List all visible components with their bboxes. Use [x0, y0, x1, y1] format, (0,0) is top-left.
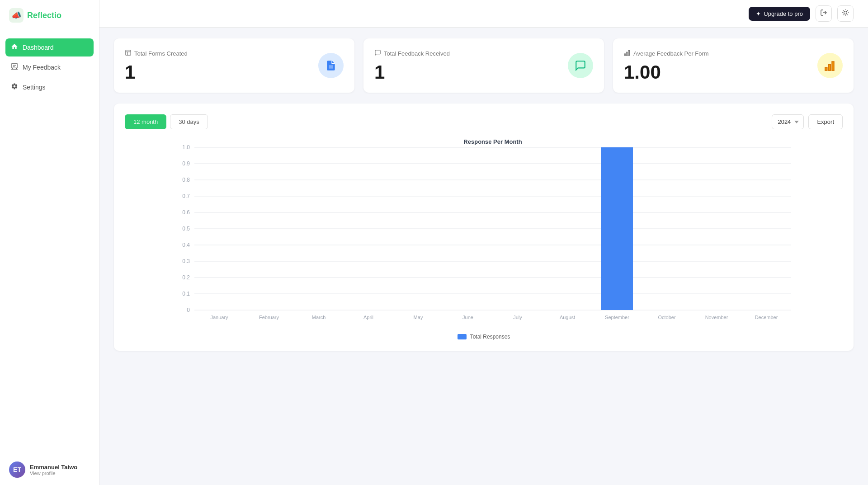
home-icon — [11, 43, 18, 52]
chart-container: 1.0 0.9 0.8 0.7 0.6 0.5 0.4 0.3 0.2 0.1 … — [125, 138, 843, 330]
avg-label-icon — [624, 49, 631, 57]
sidebar-item-dashboard[interactable]: Dashboard — [5, 38, 94, 57]
svg-rect-18 — [627, 52, 628, 56]
svg-rect-17 — [624, 54, 626, 56]
sidebar-dashboard-label: Dashboard — [23, 44, 54, 51]
upgrade-label: Upgrade to pro — [764, 10, 803, 17]
user-profile-area[interactable]: ET Emmanuel Taiwo View profile — [0, 454, 99, 485]
chart-legend: Total Responses — [125, 334, 843, 340]
logo-area: 📣 Reflectio — [0, 0, 99, 31]
svg-text:0.6: 0.6 — [182, 209, 190, 216]
forms-card-label-text: Total Forms Created — [134, 50, 188, 57]
svg-text:February: February — [259, 315, 279, 320]
legend-color-box — [458, 334, 467, 339]
feedback-card-label-text: Total Feedback Received — [384, 50, 450, 57]
sun-icon — [842, 9, 849, 18]
settings-icon — [11, 83, 18, 92]
feedback-icon — [11, 63, 18, 72]
svg-text:1.0: 1.0 — [182, 144, 190, 151]
topbar: ✦ Upgrade to pro — [99, 0, 868, 28]
feedback-card-icon — [568, 53, 593, 78]
avg-card-label-text: Average Feedback Per Form — [633, 50, 709, 57]
stat-card-avg-feedback: Average Feedback Per Form 1.00 — [613, 38, 854, 93]
logo-icon: 📣 — [9, 8, 24, 23]
upgrade-button[interactable]: ✦ Upgrade to pro — [749, 7, 810, 21]
upgrade-star-icon: ✦ — [756, 10, 761, 17]
svg-text:December: December — [755, 315, 778, 320]
sidebar-feedback-label: My Feedback — [23, 64, 61, 71]
legend-label: Total Responses — [470, 334, 510, 340]
svg-text:January: January — [210, 315, 228, 320]
svg-text:0.2: 0.2 — [182, 274, 190, 281]
user-info: Emmanuel Taiwo View profile — [30, 464, 77, 476]
view-profile-link[interactable]: View profile — [30, 471, 77, 476]
svg-text:April: April — [363, 315, 373, 320]
main-content: ✦ Upgrade to pro Total Forms Created — [99, 0, 868, 485]
svg-text:August: August — [560, 315, 575, 320]
svg-rect-22 — [832, 61, 834, 71]
svg-text:June: June — [462, 315, 473, 320]
svg-text:November: November — [705, 315, 728, 320]
svg-text:September: September — [605, 315, 629, 320]
chart-controls: 12 month 30 days 2024 2023 2022 Export — [125, 114, 843, 129]
sidebar-item-settings[interactable]: Settings — [5, 78, 94, 96]
year-select[interactable]: 2024 2023 2022 — [772, 114, 804, 129]
svg-rect-21 — [829, 65, 830, 71]
feedback-label-icon — [374, 49, 381, 57]
avg-card-icon — [817, 53, 843, 78]
svg-text:Response Per Month: Response Per Month — [463, 138, 522, 145]
card-label-avg: Average Feedback Per Form — [624, 49, 709, 57]
svg-line-7 — [847, 14, 848, 15]
svg-rect-19 — [628, 51, 630, 56]
svg-text:0.7: 0.7 — [182, 193, 190, 199]
svg-text:0.1: 0.1 — [182, 291, 190, 297]
card-left-forms: Total Forms Created 1 — [125, 49, 188, 82]
card-label-feedback: Total Feedback Received — [374, 49, 450, 57]
forms-card-icon — [318, 53, 344, 78]
svg-text:0.4: 0.4 — [182, 242, 190, 248]
forms-card-value: 1 — [125, 63, 188, 82]
svg-text:0.8: 0.8 — [182, 177, 190, 183]
svg-text:0: 0 — [187, 307, 190, 313]
svg-rect-12 — [126, 50, 131, 55]
card-left-feedback: Total Feedback Received 1 — [374, 49, 450, 82]
chart-right-controls: 2024 2023 2022 Export — [772, 114, 843, 129]
svg-text:0.5: 0.5 — [182, 226, 190, 232]
avg-card-value: 1.00 — [624, 63, 709, 82]
svg-text:March: March — [312, 315, 326, 320]
tab-30-days[interactable]: 30 days — [170, 114, 208, 129]
sidebar-settings-label: Settings — [23, 84, 46, 91]
app-name: Reflectio — [27, 11, 61, 20]
sidebar-nav: Dashboard My Feedback Settings — [0, 31, 99, 454]
chart-tabs: 12 month 30 days — [125, 114, 208, 129]
svg-text:0.3: 0.3 — [182, 258, 190, 264]
tab-12-month[interactable]: 12 month — [125, 114, 166, 129]
sidebar-item-my-feedback[interactable]: My Feedback — [5, 58, 94, 76]
forms-label-icon — [125, 49, 132, 57]
svg-line-6 — [843, 10, 844, 11]
user-name: Emmanuel Taiwo — [30, 464, 77, 471]
card-label-forms: Total Forms Created — [125, 49, 188, 57]
feedback-card-value: 1 — [374, 63, 450, 82]
chart-section: 12 month 30 days 2024 2023 2022 Export — [114, 104, 854, 351]
stat-card-total-forms: Total Forms Created 1 — [114, 38, 354, 93]
theme-toggle-button[interactable] — [837, 5, 854, 22]
card-left-avg: Average Feedback Per Form 1.00 — [624, 49, 709, 82]
stat-card-total-feedback: Total Feedback Received 1 — [363, 38, 604, 93]
svg-point-3 — [844, 11, 847, 14]
export-button[interactable]: Export — [808, 114, 843, 129]
logout-button[interactable] — [816, 5, 832, 22]
svg-rect-20 — [825, 67, 827, 71]
sidebar: 📣 Reflectio Dashboard My Feedback Settin… — [0, 0, 99, 485]
svg-line-10 — [843, 14, 844, 15]
svg-text:May: May — [414, 315, 423, 320]
svg-text:October: October — [658, 315, 675, 320]
svg-text:0.9: 0.9 — [182, 160, 190, 167]
svg-text:July: July — [513, 315, 522, 320]
avatar: ET — [9, 461, 25, 478]
bar-chart-svg: 1.0 0.9 0.8 0.7 0.6 0.5 0.4 0.3 0.2 0.1 … — [125, 138, 843, 328]
stats-cards-row: Total Forms Created 1 Total Feedback Rec… — [99, 28, 868, 93]
logout-icon — [820, 9, 827, 18]
svg-line-11 — [847, 10, 848, 11]
bar-september — [601, 147, 633, 310]
